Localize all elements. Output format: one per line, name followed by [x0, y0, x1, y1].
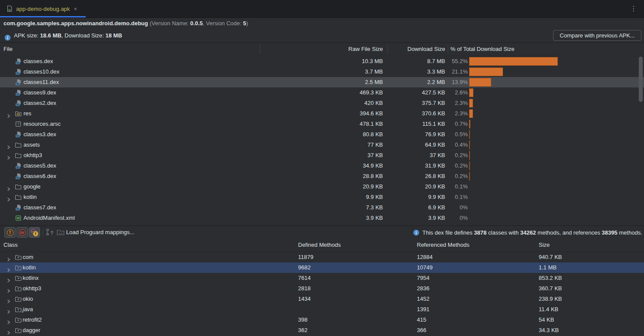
pct-of-total-cell: 0.4% [416, 140, 468, 150]
close-icon[interactable]: × [74, 6, 77, 12]
referenced-methods-cell: 1391 [417, 304, 429, 315]
proguard-mappings-folder-icon[interactable]: a.b [57, 228, 65, 237]
chevron-right-icon[interactable] [6, 111, 11, 116]
file-row-AndroidManifest.xml[interactable]: MAndroidManifest.xml3.9 KB3.9 KB0% [0, 213, 644, 223]
file-row-classes10.dex[interactable]: 01classes10.dex3.7 MB3.3 MB21.1% [0, 67, 644, 77]
chevron-right-icon[interactable] [6, 265, 11, 270]
file-row-classes7.dex[interactable]: 01classes7.dex7.3 KB6.9 KB0% [0, 202, 644, 213]
toolbar-separator [43, 229, 43, 236]
chevron-right-icon[interactable] [6, 255, 11, 260]
file-row-classes9.dex[interactable]: 01classes9.dex469.3 KB427.5 KB2.6% [0, 87, 644, 98]
file-name: res [23, 108, 31, 119]
version-code: 5 [243, 20, 246, 27]
column-header-referenced-methods[interactable]: Referenced Methods [417, 239, 470, 252]
svg-text:01: 01 [17, 176, 19, 179]
expand-tree-icon[interactable] [46, 228, 54, 237]
apk-size-value: 18.6 MB [40, 32, 61, 39]
fields-icon: f [7, 229, 13, 236]
class-row-retrofit2[interactable]: retrofit239841554 KB [0, 315, 644, 325]
file-name: classes.dex [23, 56, 53, 67]
file-row-classes3.dex[interactable]: 01classes3.dex80.8 KB76.9 KB0.5% [0, 129, 644, 140]
file-name: classes2.dex [23, 98, 56, 108]
package-name: java [23, 304, 33, 315]
arsc-file-icon: ? [15, 121, 22, 128]
tab-apk-file[interactable]: app-demo-debug.apk × [0, 0, 86, 17]
file-row-assets[interactable]: assets77 KB64.9 KB0.4% [0, 140, 644, 150]
kebab-menu-icon[interactable]: ⋮ [630, 4, 637, 13]
chevron-right-icon[interactable] [6, 143, 11, 148]
methods-icon: m [19, 229, 26, 236]
chevron-right-icon[interactable] [6, 318, 11, 323]
chevron-right-icon[interactable] [6, 195, 11, 200]
file-row-kotlin[interactable]: kotlin9.9 KB9.9 KB0.1% [0, 192, 644, 202]
defined-methods-cell: 9682 [298, 262, 311, 273]
file-row-classes6.dex[interactable]: 01classes6.dex28.8 KB26.8 KB0.2% [0, 171, 644, 181]
package-icon [15, 254, 22, 261]
chevron-right-icon[interactable] [6, 153, 11, 158]
package-icon [15, 296, 22, 302]
class-row-okhttp3[interactable]: okhttp328182836360.7 KB [0, 283, 644, 294]
chevron-right-icon[interactable] [6, 286, 11, 291]
package-name: com [23, 252, 34, 262]
show-fields-toggle-button[interactable]: f [4, 227, 16, 238]
file-name: classes10.dex [23, 67, 59, 77]
show-methods-toggle-button[interactable]: m [17, 227, 28, 238]
download-size-value: 18 MB [105, 32, 122, 39]
class-row-kotlinx[interactable]: kotlinx76147954853.2 KB [0, 273, 644, 283]
chevron-right-icon[interactable] [6, 328, 11, 333]
class-row-com[interactable]: com1187912884940.7 KB [0, 252, 644, 262]
column-header-pct-of-total[interactable]: % of Total Download Size [450, 43, 514, 56]
column-divider[interactable] [448, 44, 448, 54]
referenced-methods-cell: 366 [417, 325, 426, 336]
chevron-right-icon[interactable] [6, 307, 11, 312]
class-row-dagger[interactable]: dagger36236634.3 KB [0, 325, 644, 336]
class-row-kotlin[interactable]: kotlin9682107491.1 MB [0, 262, 644, 273]
dex-file-icon: 01 [15, 162, 22, 169]
compare-with-previous-apk-button[interactable]: Compare with previous APK... [553, 30, 641, 41]
column-header-file[interactable]: File [3, 43, 13, 56]
referenced-members-icon: m f [31, 229, 38, 236]
column-header-defined-methods[interactable]: Defined Methods [298, 239, 341, 252]
file-name: classes11.dex [23, 77, 59, 87]
defined-methods-count: 34262 [520, 229, 536, 236]
class-table: Class Defined Methods Referenced Methods… [0, 239, 644, 336]
file-row-resources.arsc[interactable]: ?resources.arsc478.1 KB115.1 KB0.7% [0, 119, 644, 129]
file-row-okhttp3[interactable]: okhttp337 KB37 KB0.2% [0, 150, 644, 161]
file-row-classes11.dex[interactable]: 01classes11.dex2.5 MB2.2 MB13.9% [0, 77, 644, 87]
dex-file-icon: 01 [15, 173, 22, 180]
column-header-download-size[interactable]: Download Size [368, 43, 445, 56]
chevron-right-icon[interactable] [6, 185, 11, 189]
column-header-size[interactable]: Size [539, 239, 550, 252]
column-divider[interactable] [387, 44, 388, 54]
file-table: File Raw File Size Download Size % of To… [0, 42, 644, 223]
file-row-classes2.dex[interactable]: 01classes2.dex420 KB375.7 KB2.3% [0, 98, 644, 108]
svg-text:01: 01 [17, 72, 19, 74]
pct-bar [469, 161, 470, 170]
apk-size-row: APK size: 18.6 MB, Download Size: 18 MB [0, 29, 644, 42]
dex-info-text: This dex file defines 3878 classes with … [413, 226, 642, 239]
chevron-right-icon[interactable] [6, 297, 11, 302]
referenced-methods-cell: 12884 [417, 252, 433, 262]
load-proguard-mappings-button[interactable]: Load Proguard mappings... [66, 226, 134, 239]
dex-file-icon: 01 [15, 79, 22, 86]
pct-bar [469, 141, 470, 149]
vertical-scrollbar-thumb[interactable] [639, 57, 643, 102]
class-row-okio[interactable]: okio14341452238.9 KB [0, 294, 644, 304]
file-row-google[interactable]: google20.9 KB20.9 KB0.1% [0, 181, 644, 192]
package-name: okio [23, 294, 33, 304]
file-row-classes5.dex[interactable]: 01classes5.dex34.9 KB31.9 KB0.2% [0, 161, 644, 171]
show-referenced-toggle-button[interactable]: m f [29, 227, 40, 238]
file-name: okhttp3 [23, 150, 42, 161]
dex-toolbar: f m m f a.b Load Proguard mappings... Th… [0, 225, 644, 239]
column-header-class[interactable]: Class [3, 239, 18, 252]
file-row-classes.dex[interactable]: 01classes.dex10.3 MB8.7 MB55.2% [0, 56, 644, 67]
referenced-methods-cell: 2836 [417, 283, 429, 294]
size-cell: 11.4 KB [539, 304, 558, 315]
file-row-res[interactable]: res394.6 KB370.6 KB2.3% [0, 108, 644, 119]
class-row-java[interactable]: java139111.4 KB [0, 304, 644, 315]
column-divider[interactable] [260, 44, 260, 54]
chevron-right-icon[interactable] [6, 276, 11, 281]
folder-icon [15, 152, 22, 159]
size-cell: 54 KB [539, 315, 554, 325]
pct-of-total-cell: 0.1% [416, 181, 468, 192]
